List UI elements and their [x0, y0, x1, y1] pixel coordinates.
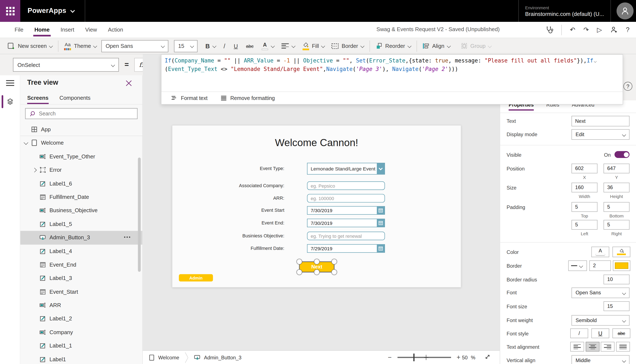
- menu-action[interactable]: Action: [108, 22, 123, 38]
- tree-item-Fulfillment_Date[interactable]: Fulfillment_Date: [20, 190, 142, 204]
- item-options-icon[interactable]: [124, 236, 130, 238]
- tree-item-Welcome[interactable]: Welcome: [20, 136, 142, 150]
- padding-right-input[interactable]: [603, 220, 629, 230]
- admin-button[interactable]: Admin: [179, 274, 213, 282]
- new-screen-button[interactable]: New screen: [7, 42, 52, 50]
- event-type-dropdown[interactable]: Lemonade Stand/Large Event: [307, 163, 385, 174]
- businiess-objective-label[interactable]: Businiess Objective:: [172, 233, 284, 239]
- property-select[interactable]: OnSelect: [13, 58, 119, 72]
- selection-handle[interactable]: [331, 269, 337, 275]
- vertical-align-select[interactable]: Middle: [571, 355, 630, 364]
- environment-switcher[interactable]: Environment Brainstorminc.com (default) …: [525, 5, 604, 17]
- fit-to-window-icon[interactable]: [484, 354, 491, 361]
- event-start-label[interactable]: Event Start: [172, 208, 284, 213]
- businiess-objective-input[interactable]: eg. Trying to get renewal: [307, 232, 385, 240]
- associated-company-label[interactable]: Associated Company:: [172, 183, 284, 188]
- text-input[interactable]: [571, 116, 630, 126]
- tree-item-Admin_Button_3[interactable]: Admin_Button_3: [20, 231, 142, 244]
- associated-company-input[interactable]: eg. Pepsico: [307, 182, 385, 190]
- selection-handle[interactable]: [297, 269, 302, 275]
- selection-handle[interactable]: [331, 259, 337, 264]
- underline-button[interactable]: U: [234, 43, 238, 49]
- tree-item-Event_End[interactable]: Event_End: [20, 258, 142, 272]
- menu-view[interactable]: View: [85, 22, 97, 38]
- italic-style-button[interactable]: /: [570, 328, 588, 338]
- tree-item-Label1_1[interactable]: Label1_1: [20, 339, 142, 352]
- tree-item-Label1_4[interactable]: Label1_4: [20, 244, 142, 258]
- border-color-button[interactable]: [613, 260, 630, 271]
- border-style-select[interactable]: [568, 260, 587, 271]
- font-size-select[interactable]: 15: [174, 40, 198, 52]
- text-color-button[interactable]: A: [591, 247, 609, 257]
- tree-item-Label1[interactable]: Label1: [20, 352, 142, 364]
- formula-help-button[interactable]: ?: [623, 82, 632, 91]
- tree-item-Event_Start[interactable]: Event_Start: [20, 285, 142, 298]
- tree-item-ARR[interactable]: ARR: [20, 298, 142, 312]
- paragraph-align-button[interactable]: [281, 44, 295, 48]
- formula-editor[interactable]: If(Company_Name = "" || ARR_Value = -1 |…: [161, 54, 623, 104]
- reorder-button[interactable]: Reorder: [376, 42, 411, 50]
- fill-button[interactable]: Fill: [303, 42, 325, 50]
- bold-button[interactable]: B: [205, 42, 216, 50]
- zoom-slider-handle[interactable]: [413, 354, 414, 361]
- font-size-input[interactable]: [603, 301, 629, 311]
- format-text-button[interactable]: Format text: [171, 95, 207, 101]
- align-left-button[interactable]: [570, 342, 584, 352]
- formula-expand-icon[interactable]: [594, 56, 596, 65]
- expander-right-icon[interactable]: [32, 168, 37, 172]
- selection-handle[interactable]: [297, 259, 302, 264]
- font-select[interactable]: Open Sans: [571, 288, 630, 298]
- formula-code[interactable]: If(Company_Name = "" || ARR_Value = -1 |…: [161, 55, 623, 73]
- underline-style-button[interactable]: U: [591, 328, 609, 338]
- position-x-input[interactable]: [571, 164, 597, 174]
- font-family-select[interactable]: Open Sans: [102, 40, 169, 52]
- tree-search[interactable]: [25, 108, 138, 119]
- undo-icon[interactable]: ↶: [570, 26, 575, 33]
- account-avatar[interactable]: [616, 2, 633, 19]
- event-end-datepicker[interactable]: 7/30/2019: [307, 219, 385, 227]
- zoom-slider[interactable]: [397, 357, 451, 358]
- display-mode-select[interactable]: Edit: [571, 129, 630, 140]
- screen-title-label[interactable]: Welcome Cannon!: [172, 137, 461, 148]
- tree-item-Label1_2[interactable]: Label1_2: [20, 312, 142, 326]
- help-icon[interactable]: ?: [626, 26, 629, 33]
- size-height-input[interactable]: [603, 183, 629, 192]
- tree-item-App[interactable]: App: [20, 123, 142, 136]
- zoom-out-icon[interactable]: −: [388, 354, 392, 361]
- calendar-icon[interactable]: [377, 219, 384, 227]
- preview-play-icon[interactable]: ▷: [597, 26, 602, 33]
- share-person-icon[interactable]: [610, 26, 618, 34]
- tree-item-Company[interactable]: Company: [20, 326, 142, 339]
- font-weight-select[interactable]: Semibold: [571, 315, 630, 326]
- menu-file[interactable]: File: [15, 22, 24, 38]
- tree-item-Event_Type_Other[interactable]: Event_Type_Other: [20, 150, 142, 163]
- theme-button[interactable]: Aa Theme: [64, 42, 97, 50]
- remove-formatting-button[interactable]: Remove formatting: [221, 95, 275, 101]
- align-center-button[interactable]: [586, 342, 599, 352]
- strikethrough-button[interactable]: abc: [246, 44, 254, 48]
- event-type-label[interactable]: Event Type:: [172, 166, 284, 171]
- visible-toggle[interactable]: [614, 151, 630, 158]
- calendar-icon[interactable]: [377, 244, 384, 252]
- calendar-icon[interactable]: [377, 206, 384, 214]
- italic-button[interactable]: /: [224, 42, 225, 50]
- menu-home[interactable]: Home: [34, 22, 50, 38]
- tab-components[interactable]: Components: [59, 95, 90, 104]
- padding-left-input[interactable]: [571, 220, 597, 230]
- border-radius-input[interactable]: [603, 275, 629, 284]
- search-input[interactable]: [39, 110, 134, 117]
- fill-color-button[interactable]: [612, 247, 630, 257]
- breadcrumb-screen[interactable]: Welcome: [148, 354, 179, 361]
- padding-bottom-input[interactable]: [603, 202, 629, 212]
- tree-item-Label1_5[interactable]: Label1_5: [20, 218, 142, 231]
- align-justify-button[interactable]: [616, 342, 630, 352]
- border-width-input[interactable]: [589, 260, 611, 271]
- align-right-button[interactable]: [601, 342, 614, 352]
- hamburger-menu-icon[interactable]: [6, 80, 14, 86]
- arr-label[interactable]: ARR:: [172, 196, 284, 201]
- padding-top-input[interactable]: [571, 202, 597, 212]
- selection-handle[interactable]: [314, 259, 320, 264]
- tree-item-Label1_3[interactable]: Label1_3: [20, 272, 142, 285]
- breadcrumb-control[interactable]: Admin_Button_3: [194, 354, 242, 361]
- expander-down-icon[interactable]: [24, 140, 29, 145]
